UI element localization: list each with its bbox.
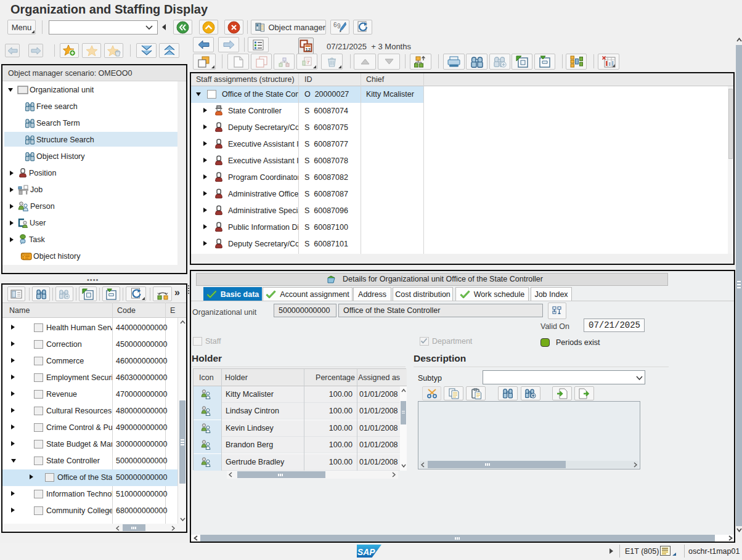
svg-text:9: 9 xyxy=(337,23,341,30)
svg-text:7: 7 xyxy=(307,60,310,65)
svg-text:SAP: SAP xyxy=(357,548,375,557)
svg-text:12: 12 xyxy=(306,47,311,52)
